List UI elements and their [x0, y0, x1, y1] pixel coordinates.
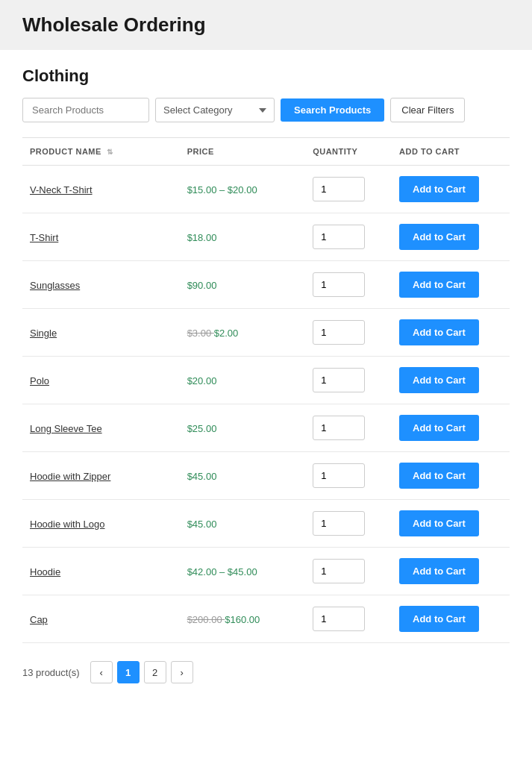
add-to-cart-button[interactable]: Add to Cart: [399, 367, 479, 393]
table-row: Polo$20.00Add to Cart: [22, 357, 510, 404]
price-value: $15.00 – $20.00: [187, 184, 257, 195]
product-link[interactable]: Hoodie: [30, 566, 60, 577]
product-quantity-cell: [305, 166, 392, 213]
quantity-input[interactable]: [313, 177, 365, 201]
table-row: T-Shirt$18.00Add to Cart: [22, 213, 510, 261]
add-to-cart-cell: Add to Cart: [392, 166, 510, 213]
table-row: Cap$200.00 $160.00Add to Cart: [22, 595, 510, 643]
product-quantity-cell: [305, 261, 392, 309]
search-input[interactable]: [22, 98, 149, 122]
page-title: Wholesale Ordering: [0, 0, 532, 50]
add-to-cart-button[interactable]: Add to Cart: [399, 558, 479, 584]
product-price: $45.00: [180, 452, 306, 500]
product-price: $45.00: [180, 500, 306, 548]
quantity-input[interactable]: [313, 416, 365, 440]
add-to-cart-cell: Add to Cart: [392, 595, 510, 643]
search-button[interactable]: Search Products: [281, 98, 384, 122]
quantity-input[interactable]: [313, 607, 365, 631]
price-original: $200.00: [187, 614, 225, 625]
add-to-cart-button[interactable]: Add to Cart: [399, 415, 479, 441]
product-link[interactable]: Sunglasses: [30, 280, 80, 291]
product-price: $200.00 $160.00: [180, 595, 306, 643]
clear-filters-button[interactable]: Clear Filters: [390, 98, 465, 122]
add-to-cart-cell: Add to Cart: [392, 500, 510, 548]
table-row: V-Neck T-Shirt$15.00 – $20.00Add to Cart: [22, 166, 510, 213]
pagination-page-1[interactable]: 1: [117, 661, 140, 683]
pagination-next[interactable]: ›: [171, 661, 193, 683]
add-to-cart-cell: Add to Cart: [392, 261, 510, 309]
product-link[interactable]: Hoodie with Logo: [30, 519, 104, 530]
product-link[interactable]: Single: [30, 328, 57, 339]
product-price: $42.00 – $45.00: [180, 548, 306, 595]
category-select[interactable]: Select Category Clothing Accessories Ele…: [155, 98, 275, 122]
add-to-cart-cell: Add to Cart: [392, 309, 510, 357]
product-quantity-cell: [305, 357, 392, 404]
product-count: 13 product(s): [22, 667, 80, 678]
section-title: Clothing: [22, 66, 510, 86]
product-quantity-cell: [305, 309, 392, 357]
add-to-cart-cell: Add to Cart: [392, 452, 510, 500]
price-sale[interactable]: $2.00: [214, 328, 239, 339]
table-row: Hoodie$42.00 – $45.00Add to Cart: [22, 548, 510, 595]
table-row: Hoodie with Logo$45.00Add to Cart: [22, 500, 510, 548]
col-header-quantity: QUANTITY: [305, 138, 392, 166]
add-to-cart-button[interactable]: Add to Cart: [399, 606, 479, 632]
add-to-cart-button[interactable]: Add to Cart: [399, 224, 479, 250]
col-header-price: PRICE: [180, 138, 306, 166]
price-value: $18.00: [187, 232, 217, 243]
price-value: $45.00: [187, 471, 217, 482]
col-header-product-name: PRODUCT NAME ⇅: [22, 138, 180, 166]
price-original: $3.00: [187, 328, 214, 339]
product-link[interactable]: Hoodie with Zipper: [30, 471, 110, 482]
price-value: $90.00: [187, 280, 217, 291]
add-to-cart-button[interactable]: Add to Cart: [399, 463, 479, 489]
product-link[interactable]: Polo: [30, 375, 49, 386]
product-price: $20.00: [180, 357, 306, 404]
product-link[interactable]: Cap: [30, 614, 48, 625]
price-value: $45.00: [187, 519, 217, 530]
table-row: Long Sleeve Tee$25.00Add to Cart: [22, 404, 510, 452]
add-to-cart-button[interactable]: Add to Cart: [399, 510, 479, 536]
table-row: Single$3.00 $2.00Add to Cart: [22, 309, 510, 357]
page-wrapper: Wholesale Ordering Clothing Select Categ…: [0, 0, 532, 764]
col-header-add-to-cart: ADD TO CART: [392, 138, 510, 166]
table-row: Hoodie with Zipper$45.00Add to Cart: [22, 452, 510, 500]
pagination-page-2[interactable]: 2: [144, 661, 166, 683]
add-to-cart-cell: Add to Cart: [392, 548, 510, 595]
table-row: Sunglasses$90.00Add to Cart: [22, 261, 510, 309]
product-link[interactable]: V-Neck T-Shirt: [30, 184, 93, 195]
pagination-row: 13 product(s) ‹ 1 2 ›: [22, 661, 510, 683]
add-to-cart-button[interactable]: Add to Cart: [399, 176, 479, 202]
pagination-prev[interactable]: ‹: [90, 661, 113, 683]
product-table: PRODUCT NAME ⇅ PRICE QUANTITY ADD TO CAR…: [22, 137, 510, 643]
price-value: $25.00: [187, 423, 217, 434]
filter-row: Select Category Clothing Accessories Ele…: [22, 98, 510, 122]
add-to-cart-cell: Add to Cart: [392, 357, 510, 404]
add-to-cart-button[interactable]: Add to Cart: [399, 319, 479, 345]
product-quantity-cell: [305, 213, 392, 261]
quantity-input[interactable]: [313, 320, 365, 345]
quantity-input[interactable]: [313, 225, 365, 249]
table-header-row: PRODUCT NAME ⇅ PRICE QUANTITY ADD TO CAR…: [22, 138, 510, 166]
quantity-input[interactable]: [313, 272, 365, 297]
price-sale[interactable]: $160.00: [225, 614, 260, 625]
product-price: $18.00: [180, 213, 306, 261]
quantity-input[interactable]: [313, 511, 365, 536]
price-value: $20.00: [187, 375, 217, 386]
product-quantity-cell: [305, 548, 392, 595]
quantity-input[interactable]: [313, 559, 365, 583]
product-price: $15.00 – $20.00: [180, 166, 306, 213]
price-value: $42.00 – $45.00: [187, 566, 257, 577]
quantity-input[interactable]: [313, 368, 365, 392]
sort-icon[interactable]: ⇅: [107, 148, 113, 156]
product-quantity-cell: [305, 404, 392, 452]
product-link[interactable]: Long Sleeve Tee: [30, 423, 102, 434]
product-price: $25.00: [180, 404, 306, 452]
add-to-cart-cell: Add to Cart: [392, 404, 510, 452]
product-price: $3.00 $2.00: [180, 309, 306, 357]
add-to-cart-cell: Add to Cart: [392, 213, 510, 261]
add-to-cart-button[interactable]: Add to Cart: [399, 272, 479, 298]
product-quantity-cell: [305, 595, 392, 643]
quantity-input[interactable]: [313, 463, 365, 488]
product-link[interactable]: T-Shirt: [30, 232, 58, 243]
